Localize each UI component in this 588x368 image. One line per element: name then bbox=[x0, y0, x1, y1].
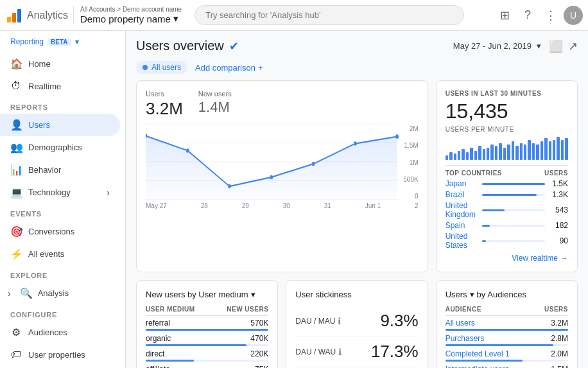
sidebar-item-debugview[interactable]: 🐛 DebugView bbox=[0, 365, 120, 368]
search-input[interactable] bbox=[195, 5, 464, 25]
country-name[interactable]: Japan bbox=[445, 179, 477, 188]
sidebar-reporting[interactable]: Reporting BETA bbox=[0, 31, 125, 53]
sidebar-item-label: User properties bbox=[28, 350, 85, 360]
aud-row-top: Completed Level 1 2.0M bbox=[445, 349, 568, 358]
audiences-icon: ⚙ bbox=[10, 326, 22, 338]
mini-bar bbox=[458, 151, 460, 160]
share-icon-button[interactable]: ↗ bbox=[568, 39, 578, 53]
users-col-label: USERS bbox=[544, 170, 568, 177]
property-selector[interactable]: All Accounts > Demo account name Demo pr… bbox=[73, 6, 182, 24]
property-name[interactable]: Demo property name bbox=[80, 13, 182, 24]
events-section-label: EVENTS bbox=[0, 204, 125, 220]
content-area: Users overview ✔ May 27 - Jun 2, 2019 ⬜ … bbox=[126, 31, 588, 368]
all-users-chip[interactable]: All users bbox=[136, 61, 187, 74]
users-value: 3.2M bbox=[146, 99, 183, 119]
mini-bar bbox=[490, 145, 493, 160]
sidebar-item-label: Demographics bbox=[28, 143, 82, 152]
new-users-medium-title[interactable]: New users by User medium bbox=[146, 290, 268, 299]
sidebar-item-allevents[interactable]: ⚡ All events bbox=[0, 243, 120, 265]
country-name[interactable]: Spain bbox=[445, 221, 477, 230]
more-options-icon-button[interactable]: ⋮ bbox=[540, 5, 561, 26]
topbar-actions: ⊞ ? ⋮ U bbox=[494, 5, 583, 26]
aud-rows: All users 3.2M Purchasers 2.8M Completed… bbox=[445, 319, 568, 368]
audiences-dropdown-icon bbox=[470, 290, 474, 299]
mini-bar bbox=[478, 146, 481, 160]
sidebar-item-behavior[interactable]: 📊 Behavior bbox=[0, 159, 120, 181]
aud-table-header: AUDIENCE USERS bbox=[445, 306, 568, 316]
aud-row: Purchasers 2.8M bbox=[445, 334, 568, 346]
info-icon[interactable]: ℹ bbox=[338, 347, 342, 357]
mini-bar bbox=[565, 138, 567, 160]
country-row: Brazil 1.3K bbox=[445, 190, 568, 199]
explore-section-label: EXPLORE bbox=[0, 265, 125, 282]
mini-bar bbox=[536, 145, 539, 160]
sidebar-item-conversions[interactable]: 🎯 Conversions bbox=[0, 220, 120, 243]
x-label-28: 28 bbox=[201, 202, 208, 209]
metrics-row: Users 3.2M New users 1.4M bbox=[146, 90, 419, 119]
medium-row: direct 220K bbox=[146, 349, 268, 362]
page-header: Users overview ✔ May 27 - Jun 2, 2019 ⬜ … bbox=[136, 31, 578, 58]
chart-svg bbox=[146, 124, 419, 201]
country-name[interactable]: Brazil bbox=[445, 190, 477, 199]
aud-name[interactable]: Completed Level 1 bbox=[445, 349, 510, 358]
mini-bar bbox=[557, 137, 559, 160]
apps-icon-button[interactable]: ⊞ bbox=[494, 5, 515, 26]
mini-bar bbox=[470, 148, 472, 160]
sidebar-item-realtime[interactable]: ⏱ Realtime bbox=[0, 75, 120, 97]
mini-bar bbox=[495, 146, 497, 160]
aud-name[interactable]: All users bbox=[445, 319, 475, 328]
user-avatar[interactable]: U bbox=[564, 6, 583, 25]
aud-value: 2.8M bbox=[551, 334, 568, 343]
medium-row-top: affiliate 75K bbox=[146, 365, 268, 368]
medium-bar bbox=[146, 329, 268, 331]
mini-bar bbox=[483, 149, 485, 160]
view-realtime-link[interactable]: View realtime bbox=[445, 254, 568, 263]
aud-row: Intermediate users 1.5M bbox=[445, 365, 568, 368]
export-icon-button[interactable]: ⬜ bbox=[549, 39, 563, 53]
medium-row: referral 570K bbox=[146, 319, 268, 331]
date-range-selector[interactable]: May 27 - Jun 2, 2019 bbox=[453, 41, 541, 51]
sidebar-item-userproperties[interactable]: 🏷 User properties bbox=[0, 344, 120, 365]
medium-row-top: organic 470K bbox=[146, 334, 268, 343]
aud-name[interactable]: Intermediate users bbox=[445, 365, 509, 368]
aud-bar-wrap bbox=[445, 329, 568, 331]
sidebar-item-home[interactable]: 🏠 Home bbox=[0, 53, 120, 75]
audiences-title[interactable]: Users by Audiences bbox=[445, 290, 568, 299]
country-bar-wrap bbox=[482, 240, 545, 242]
x-label-30: 30 bbox=[283, 202, 290, 209]
sidebar-item-analysis[interactable]: 🔍 Analysis bbox=[0, 282, 120, 304]
mini-bar bbox=[515, 146, 518, 160]
sidebar-item-label: Technology bbox=[28, 188, 71, 197]
country-bar-wrap bbox=[482, 183, 545, 185]
mini-bar bbox=[520, 143, 523, 160]
aud-row: Completed Level 1 2.0M bbox=[445, 349, 568, 362]
sidebar-item-audiences[interactable]: ⚙ Audiences bbox=[0, 321, 120, 344]
help-icon-button[interactable]: ? bbox=[517, 5, 538, 26]
info-icon[interactable]: ℹ bbox=[338, 316, 341, 326]
page-title: Users overview bbox=[136, 39, 224, 53]
country-name[interactable]: United Kingdom bbox=[445, 201, 477, 219]
country-name[interactable]: United States bbox=[445, 232, 477, 250]
users-label: Users bbox=[146, 90, 183, 98]
view-realtime-text: View realtime bbox=[512, 254, 558, 263]
add-comparison-button[interactable]: Add comparison + bbox=[195, 63, 263, 73]
mini-bar bbox=[553, 140, 555, 160]
medium-name: affiliate bbox=[146, 365, 170, 368]
aud-name[interactable]: Purchasers bbox=[445, 334, 485, 343]
medium-value: 570K bbox=[250, 319, 268, 328]
sidebar-item-technology[interactable]: 💻 Technology bbox=[0, 181, 120, 204]
medium-col1-label: USER MEDIUM bbox=[146, 306, 195, 313]
stickiness-row: DAU / MAU ℹ 9.3% bbox=[295, 306, 418, 337]
realtime-per-min-label: USERS PER MINUTE bbox=[445, 126, 568, 133]
sidebar-item-demographics[interactable]: 👥 Demographics bbox=[0, 136, 120, 159]
mini-bar bbox=[466, 152, 469, 160]
sidebar-item-users[interactable]: 👤 Users bbox=[0, 114, 120, 136]
sidebar-item-label: Conversions bbox=[28, 227, 74, 236]
country-bar bbox=[482, 183, 545, 185]
aud-bar bbox=[445, 344, 553, 346]
stickiness-label: DAU / MAU ℹ bbox=[295, 316, 341, 326]
search-bar[interactable] bbox=[195, 5, 464, 25]
country-bar bbox=[482, 225, 490, 227]
medium-value: 75K bbox=[255, 365, 268, 368]
sidebar-item-label: Users bbox=[28, 120, 50, 130]
